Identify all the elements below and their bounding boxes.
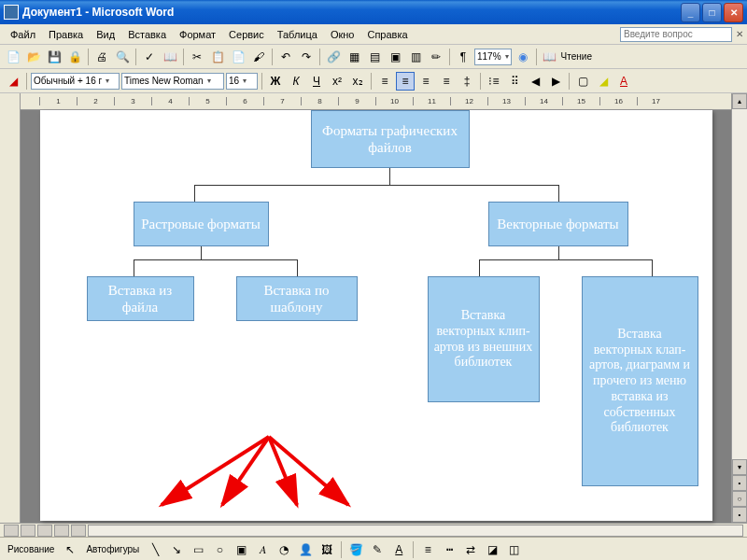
font-color-icon[interactable]: A [614,72,633,91]
align-left-icon[interactable]: ≡ [375,72,394,91]
outdent-icon[interactable]: ◀ [526,72,544,91]
print-icon[interactable]: 🖨 [92,48,111,66]
line-color-icon[interactable]: ✎ [368,540,387,559]
bold-icon[interactable]: Ж [266,72,285,91]
highlight-icon[interactable]: ◢ [594,72,613,91]
oval-icon[interactable]: ○ [210,540,229,559]
new-doc-icon[interactable]: 📄 [4,48,22,66]
superscript-icon[interactable]: x² [328,72,346,91]
minimize-button[interactable]: _ [681,3,700,22]
scroll-down-button[interactable]: ▾ [732,459,747,475]
styles-icon[interactable]: ◢ [4,72,22,91]
menu-help[interactable]: Справка [360,27,414,42]
numbering-icon[interactable]: ⁝≡ [485,72,503,91]
menu-view[interactable]: Вид [90,27,121,42]
format-painter-icon[interactable]: 🖌 [249,48,268,66]
next-page-button[interactable]: • [732,507,747,523]
diagram-root[interactable]: Форматы графических файлов [311,110,470,168]
horizontal-scrollbar[interactable] [88,525,743,537]
maximize-button[interactable]: □ [702,3,722,22]
line-icon[interactable]: ╲ [146,540,164,559]
borders-icon[interactable]: ▢ [573,72,592,91]
diagram-l2[interactable]: Вставка по шаблону [236,276,358,321]
doc-close-button[interactable]: ✕ [736,29,743,39]
normal-view-button[interactable] [4,525,19,537]
copy-icon[interactable]: 📋 [208,48,227,66]
diagram-right[interactable]: Векторные форматы [488,202,628,246]
menu-window[interactable]: Окно [324,27,361,42]
permission-icon[interactable]: 🔒 [65,48,84,66]
diagram-l1[interactable]: Вставка из файла [87,276,194,321]
picture-icon[interactable]: 🖼 [317,540,336,559]
horizontal-ruler[interactable]: 1234567891011121314151617 [21,93,731,110]
web-view-button[interactable] [21,525,35,537]
reading-view-button[interactable] [71,525,86,537]
print-view-button[interactable] [37,525,52,537]
insert-table-icon[interactable]: ▤ [365,48,384,66]
font-color-draw-icon[interactable]: A [389,540,408,559]
shadow-icon[interactable]: ◪ [483,540,501,559]
docmap-icon[interactable]: ¶ [454,48,472,66]
cut-icon[interactable]: ✂ [188,48,206,66]
rectangle-icon[interactable]: ▭ [189,540,207,559]
line-style-icon[interactable]: ≡ [418,540,437,559]
3d-icon[interactable]: ◫ [504,540,523,559]
help-search-input[interactable] [620,27,732,42]
wordart-icon[interactable]: 𝐴 [253,540,272,559]
textbox-icon[interactable]: ▣ [232,540,250,559]
dash-style-icon[interactable]: ┅ [440,540,458,559]
save-icon[interactable]: 💾 [45,48,63,66]
align-justify-icon[interactable]: ≡ [437,72,456,91]
paste-icon[interactable]: 📄 [229,48,247,66]
arrow-icon[interactable]: ↘ [167,540,186,559]
style-combo[interactable]: Обычный + 16 г▾ [31,73,120,90]
drawing-icon[interactable]: ✏ [427,48,445,66]
open-icon[interactable]: 📂 [24,48,43,66]
excel-icon[interactable]: ▣ [386,48,404,66]
zoom-combo[interactable]: 117%▾ [474,49,512,65]
menu-table[interactable]: Таблица [271,27,324,42]
autoshapes-menu[interactable]: Автофигуры [82,542,143,556]
arrow-style-icon[interactable]: ⇄ [461,540,480,559]
align-center-icon[interactable]: ≡ [396,72,415,91]
spellcheck-icon[interactable]: ✓ [140,48,159,66]
browse-object-button[interactable]: ○ [732,491,747,507]
menu-insert[interactable]: Вставка [121,27,173,42]
fontsize-combo[interactable]: 16▾ [226,73,258,90]
menu-file[interactable]: Файл [4,27,42,42]
outline-view-button[interactable] [54,525,69,537]
menu-format[interactable]: Формат [173,27,222,42]
help-icon[interactable]: ◉ [514,48,532,66]
read-mode-icon[interactable]: 📖 [541,48,559,66]
research-icon[interactable]: 📖 [161,48,179,66]
vertical-ruler[interactable] [0,93,21,523]
align-right-icon[interactable]: ≡ [416,72,435,91]
diagram-icon[interactable]: ◔ [275,540,293,559]
diagram-left[interactable]: Растровые форматы [134,202,269,246]
clipart-icon[interactable]: 👤 [296,540,315,559]
drawing-menu[interactable]: Рисование [4,542,58,556]
italic-icon[interactable]: К [287,72,305,91]
menu-edit[interactable]: Правка [42,27,90,42]
redo-icon[interactable]: ↷ [297,48,316,66]
preview-icon[interactable]: 🔍 [113,48,132,66]
diagram-r1[interactable]: Вставка векторных клип-артов из внешних … [428,276,540,402]
read-mode-label[interactable]: Чтение [561,51,592,62]
menu-tools[interactable]: Сервис [222,27,271,42]
fill-color-icon[interactable]: 🪣 [346,540,365,559]
diagram-r2[interactable]: Вставка векторных клап-артов, диаграмм и… [582,276,698,486]
font-combo[interactable]: Times New Roman▾ [121,73,224,90]
underline-icon[interactable]: Ч [307,72,326,91]
page[interactable]: Форматы графических файлов Растровые фор… [40,110,712,521]
vertical-scrollbar[interactable]: ▴ ▾ • ○ • [731,93,747,523]
columns-icon[interactable]: ▥ [406,48,425,66]
bullets-icon[interactable]: ⠿ [505,72,524,91]
indent-icon[interactable]: ▶ [546,72,565,91]
close-button[interactable]: ✕ [724,3,743,22]
scroll-up-button[interactable]: ▴ [732,93,747,109]
tables-borders-icon[interactable]: ▦ [345,48,363,66]
prev-page-button[interactable]: • [732,475,747,491]
hyperlink-icon[interactable]: 🔗 [324,48,343,66]
line-spacing-icon[interactable]: ‡ [458,72,476,91]
subscript-icon[interactable]: x₂ [348,72,367,91]
